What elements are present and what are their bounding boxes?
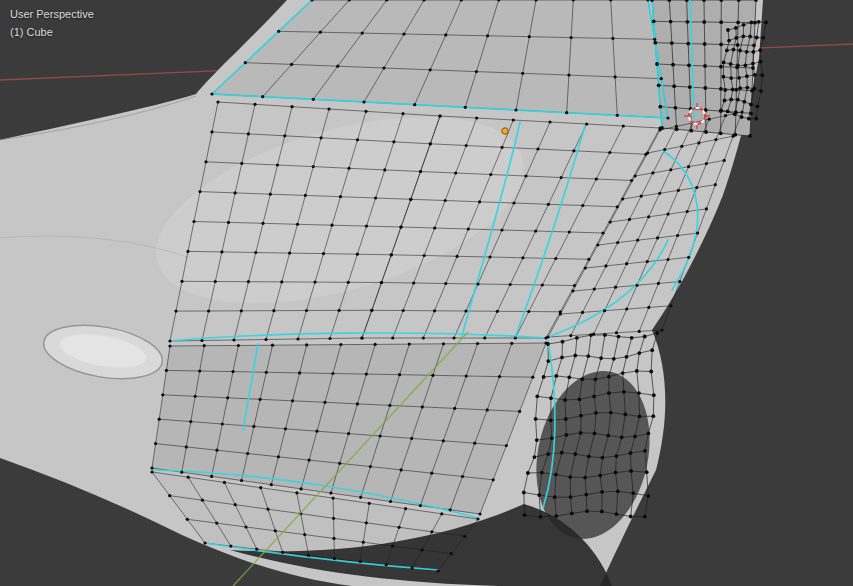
scene-svg <box>0 0 853 586</box>
object-origin-point <box>502 128 508 134</box>
blender-3d-viewport[interactable]: User Perspective (1) Cube <box>0 0 853 586</box>
